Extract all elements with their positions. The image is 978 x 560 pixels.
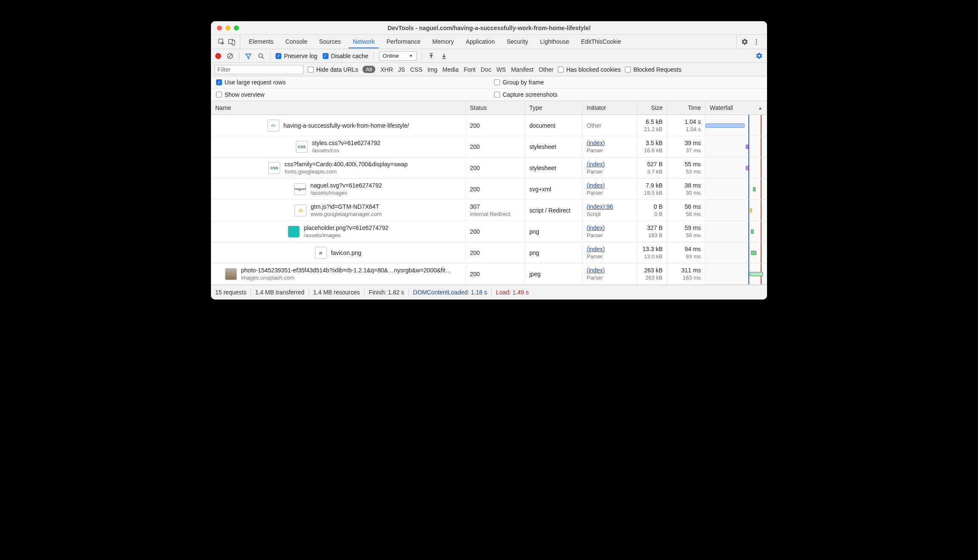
type-filter-ws[interactable]: WS [496, 66, 506, 73]
initiator-cell[interactable]: Other [582, 115, 638, 136]
request-path: /assets/images [304, 232, 389, 238]
type-filter-all[interactable]: All [363, 66, 375, 73]
device-toolbar-icon[interactable] [228, 38, 236, 46]
column-header-status[interactable]: Status [466, 101, 525, 115]
waterfall-cell [705, 242, 767, 263]
request-path: /assets/css [312, 147, 381, 154]
filter-bar: Hide data URLs AllXHRJSCSSImgMediaFontDo… [211, 63, 767, 76]
show-overview-checkbox[interactable]: Show overview [216, 91, 264, 98]
timing-bar [753, 187, 756, 191]
request-name-cell[interactable]: CSScss?family=Cardo:400,400i,700&display… [211, 157, 466, 179]
type-filter-other[interactable]: Other [539, 66, 554, 73]
request-name-cell[interactable]: naguelnaguel.svg?v=61e6274792/assets/ima… [211, 179, 466, 200]
type-filter-xhr[interactable]: XHR [380, 66, 393, 73]
timing-bar [750, 208, 752, 213]
column-header-name[interactable]: Name [211, 101, 466, 115]
disable-cache-checkbox[interactable]: ✓Disable cache [323, 53, 368, 59]
time-cell: 38 ms30 ms [667, 179, 705, 200]
window-title: DevTools - naguel.com/having-a-successfu… [211, 25, 767, 31]
type-filter-css[interactable]: CSS [410, 66, 422, 73]
finish-time: Finish: 1.82 s [369, 289, 404, 296]
type-filter-manifest[interactable]: Manifest [511, 66, 534, 73]
request-path: /assets/images [310, 190, 382, 196]
css-file-icon: CSS [296, 141, 308, 153]
request-path: fonts.googleapis.com [284, 168, 408, 175]
request-name-cell[interactable]: placeholder.png?v=61e6274792/assets/imag… [211, 221, 466, 242]
request-name-cell[interactable]: CSSstyles.css?v=61e6274792/assets/css [211, 136, 466, 157]
size-cell: 263 kB263 kB [638, 263, 667, 285]
request-name-cell[interactable]: photo-1545239351-ef35f43d514b?ixlib=rb-1… [211, 263, 466, 285]
size-cell: 327 B183 B [638, 221, 667, 242]
title-bar: DevTools - naguel.com/having-a-successfu… [211, 21, 767, 35]
filter-icon[interactable] [244, 52, 252, 60]
request-name-cell[interactable]: nfavicon.png [211, 242, 466, 263]
network-settings-icon[interactable] [755, 52, 763, 60]
tab-application[interactable]: Application [461, 35, 499, 48]
hide-data-urls-checkbox[interactable]: Hide data URLs [308, 66, 358, 73]
preserve-log-checkbox[interactable]: ✓Preserve log [275, 53, 318, 59]
column-header-type[interactable]: Type [525, 101, 582, 115]
initiator-cell[interactable]: (index)Parser [582, 221, 638, 242]
time-cell: 94 ms93 ms [667, 242, 705, 263]
initiator-link[interactable]: (index) [587, 246, 633, 252]
initiator-cell[interactable]: (index)Parser [582, 157, 638, 179]
type-filter-js[interactable]: JS [398, 66, 405, 73]
type-filter-group: AllXHRJSCSSImgMediaFontDocWSManifestOthe… [363, 66, 554, 73]
request-name-cell[interactable]: <>having-a-successfully-work-from-home-l… [211, 115, 466, 136]
initiator-cell[interactable]: (index):96Script [582, 200, 638, 221]
time-cell: 59 ms56 ms [667, 221, 705, 242]
record-button[interactable] [215, 53, 221, 59]
time-cell: 1.04 s1.04 s [667, 115, 705, 136]
transferred-size: 1.4 MB transferred [255, 289, 304, 296]
clear-icon[interactable] [226, 52, 234, 60]
blocked-requests-checkbox[interactable]: Blocked Requests [625, 66, 681, 73]
initiator-cell[interactable]: (index)Parser [582, 242, 638, 263]
filter-input[interactable] [214, 65, 304, 74]
download-har-icon[interactable] [440, 52, 448, 60]
waterfall-cell [705, 263, 767, 285]
column-header-time[interactable]: Time [667, 101, 705, 115]
tab-security[interactable]: Security [503, 35, 533, 48]
column-header-waterfall[interactable]: Waterfall▲ [705, 101, 767, 115]
type-filter-media[interactable]: Media [442, 66, 458, 73]
tab-lighthouse[interactable]: Lighthouse [536, 35, 573, 48]
tab-performance[interactable]: Performance [382, 35, 424, 48]
initiator-link[interactable]: (index) [587, 224, 633, 231]
has-blocked-cookies-checkbox[interactable]: Has blocked cookies [558, 66, 621, 73]
tab-memory[interactable]: Memory [428, 35, 458, 48]
png-file-icon [288, 226, 300, 238]
initiator-cell[interactable]: (index)Parser [582, 263, 638, 285]
sort-arrow-icon: ▲ [758, 106, 762, 110]
group-by-frame-checkbox[interactable]: Group by frame [494, 79, 544, 86]
initiator-link[interactable]: (index) [587, 161, 633, 168]
tab-sources[interactable]: Sources [315, 35, 345, 48]
type-filter-img[interactable]: Img [427, 66, 437, 73]
tab-network[interactable]: Network [348, 35, 379, 48]
type-cell: stylesheet [525, 136, 582, 157]
initiator-link[interactable]: (index):96 [587, 203, 633, 210]
tab-editthiscookie[interactable]: EditThisCookie [577, 35, 625, 48]
resources-size: 1.4 MB resources [313, 289, 360, 296]
search-icon[interactable] [257, 52, 265, 60]
type-filter-doc[interactable]: Doc [481, 66, 491, 73]
large-rows-checkbox[interactable]: ✓Use large request rows [216, 79, 286, 86]
initiator-cell[interactable]: (index)Parser [582, 136, 638, 157]
column-header-initiator[interactable]: Initiator [582, 101, 638, 115]
type-filter-font[interactable]: Font [464, 66, 475, 73]
settings-gear-icon[interactable] [741, 38, 748, 46]
initiator-cell[interactable]: (index)Parser [582, 179, 638, 200]
upload-har-icon[interactable] [427, 52, 435, 60]
request-name-cell[interactable]: JSgtm.js?id=GTM-ND7X64Twww.googletagmana… [211, 200, 466, 221]
tab-console[interactable]: Console [281, 35, 311, 48]
svg-rect-10 [430, 53, 433, 54]
more-menu-icon[interactable] [753, 38, 760, 46]
throttling-select[interactable]: Online▼ [379, 51, 417, 61]
initiator-link[interactable]: (index) [587, 267, 633, 274]
tab-elements[interactable]: Elements [244, 35, 278, 48]
svg-line-7 [228, 54, 232, 57]
inspect-element-icon[interactable] [218, 38, 225, 46]
initiator-link[interactable]: (index) [587, 140, 633, 146]
column-header-size[interactable]: Size [638, 101, 667, 115]
capture-screenshots-checkbox[interactable]: Capture screenshots [494, 91, 557, 98]
initiator-link[interactable]: (index) [587, 182, 633, 189]
